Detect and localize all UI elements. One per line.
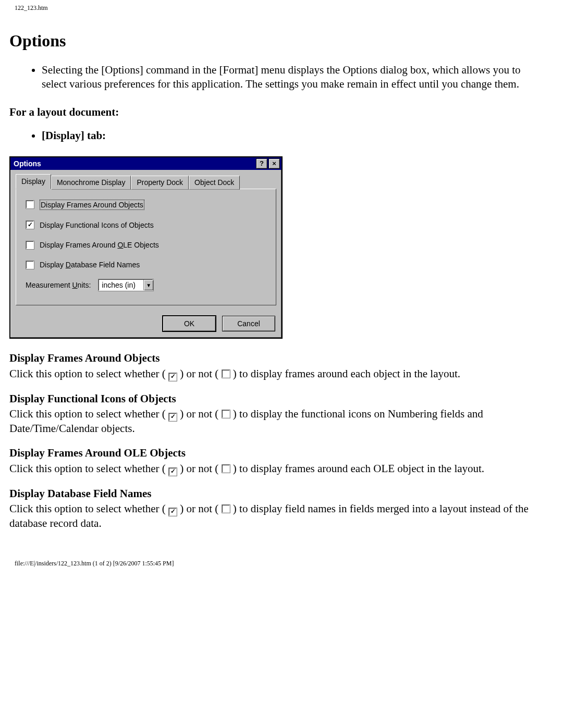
checked-icon: ✓: [168, 508, 177, 516]
checkbox-frames-ole[interactable]: [26, 241, 34, 250]
close-icon[interactable]: ×: [268, 158, 280, 169]
chevron-down-icon[interactable]: ▼: [143, 280, 153, 290]
combo-measurement-units[interactable]: inches (in) ▼: [98, 279, 154, 291]
tab-strip: Display Monochrome Display Property Dock…: [16, 174, 276, 189]
checkbox-functional-icons[interactable]: ✓: [26, 220, 34, 229]
checked-icon: ✓: [168, 413, 177, 422]
section-heading: Display Frames Around Objects: [9, 351, 554, 365]
options-dialog: Options ? × Display Monochrome Display P…: [9, 156, 283, 339]
label-measurement-units: Measurement Units:: [26, 280, 91, 290]
unchecked-icon: [222, 369, 230, 378]
tab-property-dock[interactable]: Property Dock: [131, 176, 189, 189]
combo-value: inches (in): [99, 280, 143, 290]
dialog-title-text: Options: [14, 159, 255, 168]
help-icon[interactable]: ?: [256, 158, 267, 169]
checkbox-frames-objects[interactable]: [26, 200, 34, 209]
section-heading: Display Functional Icons of Objects: [9, 392, 554, 406]
label-frames-ole: Display Frames Around OLE Objects: [40, 240, 159, 250]
label-functional-icons: Display Functional Icons of Objects: [40, 220, 154, 230]
tab-monochrome-display[interactable]: Monochrome Display: [51, 176, 131, 189]
section-body: Click this option to select whether ( ✓ …: [9, 462, 554, 476]
section-body: Click this option to select whether ( ✓ …: [9, 407, 554, 436]
checked-icon: ✓: [168, 373, 177, 381]
tab-panel-display: Display Frames Around Objects ✓ Display …: [16, 189, 276, 306]
checked-icon: ✓: [168, 467, 177, 476]
page-path: 122_123.htm: [15, 4, 554, 13]
label-frames-objects: Display Frames Around Objects: [40, 200, 144, 210]
unchecked-icon: [222, 410, 230, 418]
label-db-field-names: Display Database Field Names: [40, 260, 140, 269]
intro-text: Selecting the [Options] command in the […: [42, 63, 554, 92]
cancel-button[interactable]: Cancel: [222, 316, 275, 331]
section-heading: Display Database Field Names: [9, 487, 554, 501]
section-heading: Display Frames Around OLE Objects: [9, 446, 554, 460]
ok-button[interactable]: OK: [163, 316, 216, 331]
layout-doc-heading: For a layout document:: [9, 105, 554, 119]
tab-object-dock[interactable]: Object Dock: [189, 176, 240, 189]
unchecked-icon: [222, 464, 230, 473]
section-body: Click this option to select whether ( ✓ …: [9, 367, 554, 381]
page-footer: file:///E|/insiders/122_123.htm (1 of 2)…: [15, 560, 554, 568]
unchecked-icon: [222, 504, 230, 513]
display-tab-bullet: [Display] tab:: [42, 129, 554, 143]
dialog-titlebar: Options ? ×: [10, 157, 282, 170]
tab-display[interactable]: Display: [16, 174, 51, 189]
page-title: Options: [9, 30, 554, 52]
section-body: Click this option to select whether ( ✓ …: [9, 502, 554, 530]
checkbox-db-field-names[interactable]: [26, 261, 34, 269]
